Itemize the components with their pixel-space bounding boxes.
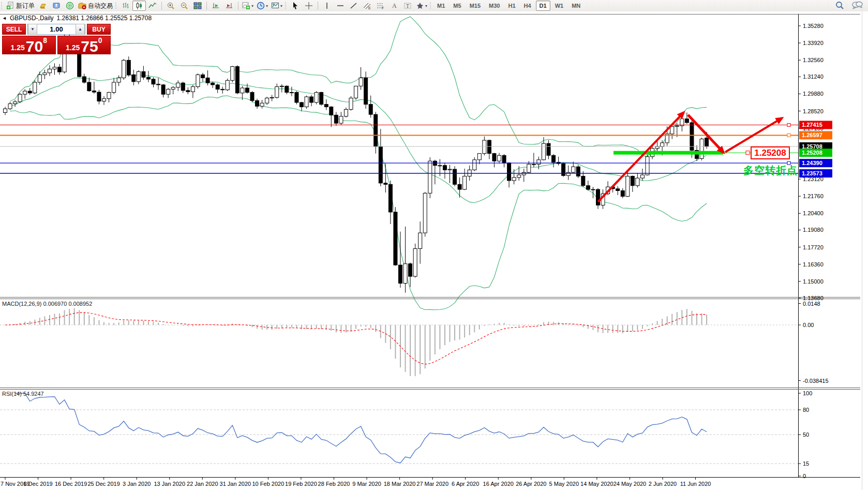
- timeframe-button-m5[interactable]: M5: [450, 1, 465, 11]
- candle-body: [132, 75, 136, 81]
- turning-point-note[interactable]: 多空转折点: [743, 164, 798, 177]
- timeframe-button-h4[interactable]: H4: [520, 1, 535, 11]
- auto-scroll-button[interactable]: [209, 1, 222, 11]
- timeframe-button-mn[interactable]: MN: [568, 1, 584, 11]
- chart-shift-button[interactable]: [222, 1, 236, 11]
- candle-body: [359, 78, 363, 86]
- fibonacci-button[interactable]: F: [374, 1, 387, 11]
- zoom-out-button[interactable]: [177, 1, 191, 11]
- one-click-trading-panel: SELL ▼ 1.00 ▲ BUY 1.25 70 8 1.25 75 0: [2, 24, 111, 54]
- candle-body: [92, 91, 96, 92]
- candle-body: [586, 186, 590, 189]
- text-label-button[interactable]: T: [401, 1, 414, 11]
- sell-button[interactable]: SELL: [2, 24, 26, 35]
- candle-body: [167, 89, 170, 94]
- indicators-button[interactable]: ▾: [241, 1, 255, 11]
- periods-button[interactable]: ▾: [255, 1, 270, 11]
- buy-button[interactable]: BUY: [87, 24, 111, 35]
- buy-price-button[interactable]: 1.25 75 0: [57, 36, 111, 54]
- time-tick-label: 11 Jun 2020: [680, 481, 711, 487]
- templates-icon: [271, 2, 279, 10]
- timeframe-button-m30[interactable]: M30: [485, 1, 503, 11]
- time-tick-label: 26 Apr 2020: [516, 481, 546, 487]
- candle-body: [562, 164, 565, 175]
- trendline-button[interactable]: [347, 1, 361, 11]
- candle-body: [13, 102, 17, 104]
- candle-body: [492, 154, 496, 161]
- horizontal-line-icon: [336, 2, 345, 10]
- search-icon[interactable]: [835, 1, 844, 11]
- cursor-button[interactable]: [289, 1, 302, 11]
- toolbar-grip[interactable]: [430, 2, 432, 9]
- price-tick-label: 1.33920: [803, 40, 824, 46]
- candle-body: [82, 77, 86, 82]
- one-click-toggle-icon[interactable]: ◄: [2, 16, 7, 21]
- text-button[interactable]: A: [387, 1, 401, 11]
- volume-stepper: ▼ 1.00 ▲: [27, 24, 85, 35]
- price-tick-label: 1.15000: [803, 278, 824, 285]
- candle-body: [245, 88, 249, 93]
- candle-body: [58, 67, 62, 72]
- gold-button[interactable]: [36, 1, 50, 11]
- tile-windows-button[interactable]: [191, 1, 204, 11]
- candle-body: [206, 78, 209, 83]
- candle-body: [330, 107, 333, 115]
- timeframe-button-m1[interactable]: M1: [433, 1, 448, 11]
- timeframe-button-h1[interactable]: H1: [504, 1, 519, 11]
- candle-body: [275, 87, 279, 98]
- timeframe-button-w1[interactable]: W1: [551, 1, 567, 11]
- candle-body: [176, 83, 180, 87]
- dropdown-arrow-icon: ▾: [280, 4, 282, 8]
- zoom-in-button[interactable]: [164, 1, 177, 11]
- vertical-line-button[interactable]: [320, 1, 334, 11]
- candle-body: [428, 161, 432, 193]
- time-tick-label: 22 Jan 2020: [187, 481, 218, 487]
- price-tag-label: 1.24390: [802, 160, 822, 166]
- line-chart-button[interactable]: [146, 1, 159, 11]
- line-anchor-handle[interactable]: [787, 123, 790, 126]
- note-box-anchor[interactable]: [746, 151, 750, 155]
- buy-price-base: 1.25: [66, 44, 80, 53]
- candle-body: [384, 183, 387, 184]
- candle-body: [507, 163, 511, 181]
- timeframe-bar: M1M5M15M30H1H4D1W1MN: [433, 1, 584, 11]
- volume-value[interactable]: 1.00: [37, 25, 76, 33]
- crosshair-icon: [305, 2, 313, 10]
- crosshair-button[interactable]: [302, 1, 316, 11]
- toolbar-grip[interactable]: [115, 2, 118, 9]
- toolbar-grip[interactable]: [1, 2, 4, 9]
- new-order-button[interactable]: 新订单: [5, 1, 36, 11]
- signals-button[interactable]: [63, 1, 77, 11]
- equidistant-channel-button[interactable]: E: [361, 1, 374, 11]
- rsi-tick-label: 15: [803, 461, 809, 467]
- candle-body: [102, 99, 106, 101]
- rsi-indicator-label: RSI(14) 54.9247: [2, 391, 44, 397]
- candle-body: [295, 93, 298, 102]
- profile-button[interactable]: [50, 1, 63, 11]
- arrows-objects-button[interactable]: ▾: [414, 1, 429, 11]
- chat-icon[interactable]: [851, 1, 863, 11]
- volume-down-button[interactable]: ▼: [28, 24, 37, 35]
- line-anchor-handle[interactable]: [787, 133, 790, 137]
- timeframe-button-d1[interactable]: D1: [536, 1, 550, 11]
- time-tick-label: 24 May 2020: [613, 481, 647, 487]
- templates-button[interactable]: ▾: [270, 1, 284, 11]
- volume-up-button[interactable]: ▲: [76, 24, 85, 35]
- dropdown-arrow-icon: ▾: [425, 4, 427, 8]
- price-note-box[interactable]: 1.25208: [751, 146, 790, 159]
- toolbar-grip[interactable]: [285, 2, 288, 9]
- candle-body: [399, 265, 402, 283]
- sell-price-base: 1.25: [11, 44, 25, 53]
- candle-body: [231, 67, 234, 81]
- bar-chart-button[interactable]: [119, 1, 132, 11]
- candle-body: [542, 143, 545, 160]
- buy-price-pip: 0: [98, 37, 102, 44]
- price-chart[interactable]: 1.352801.339201.325601.312401.298801.285…: [0, 11, 868, 490]
- time-tick-label: 2 Jun 2020: [649, 481, 677, 487]
- timeframe-button-m15[interactable]: M15: [466, 1, 484, 11]
- sell-price-button[interactable]: 1.25 70 8: [2, 36, 56, 54]
- auto-trading-button[interactable]: 自动交易: [77, 1, 114, 11]
- candlestick-chart-button[interactable]: [132, 1, 146, 11]
- candle-body: [38, 75, 41, 82]
- horizontal-line-button[interactable]: [334, 1, 347, 11]
